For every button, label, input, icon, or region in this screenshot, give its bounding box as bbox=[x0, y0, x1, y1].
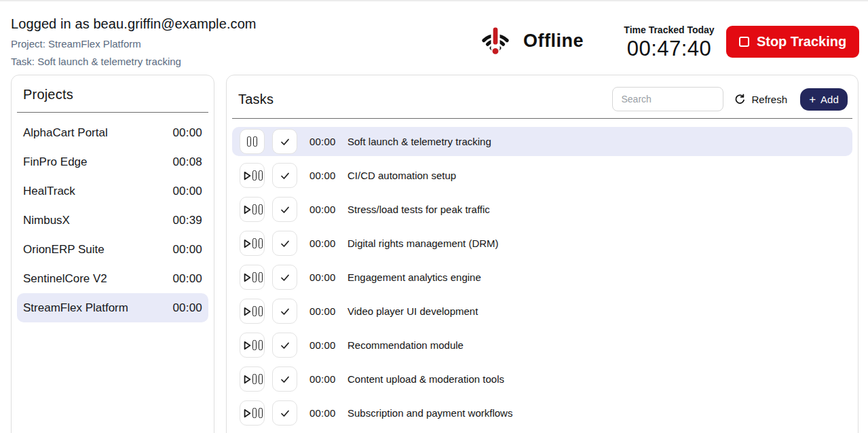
task-row: 00:00 Recommendation module bbox=[232, 331, 852, 360]
task-time: 00:00 bbox=[309, 305, 337, 317]
task-name: Engagement analytics engine bbox=[347, 271, 481, 283]
refresh-button[interactable]: Refresh bbox=[734, 94, 787, 105]
wifi-offline-icon bbox=[476, 22, 515, 60]
stop-icon bbox=[739, 37, 749, 47]
play-button[interactable] bbox=[240, 231, 265, 256]
check-icon bbox=[280, 238, 290, 249]
project-row[interactable]: StreamFlex Platform 00:00 bbox=[17, 293, 208, 322]
play-button[interactable] bbox=[240, 163, 265, 188]
task-time: 00:00 bbox=[309, 271, 337, 283]
check-icon bbox=[280, 374, 290, 385]
complete-button[interactable] bbox=[272, 129, 297, 154]
task-row: 00:00 Subscription and payment workflows bbox=[232, 398, 852, 428]
check-icon bbox=[280, 306, 290, 317]
project-time: 00:00 bbox=[172, 272, 202, 286]
project-name: FinPro Edge bbox=[23, 155, 88, 169]
task-time: 00:00 bbox=[309, 170, 337, 181]
time-tracked-block: Time Tracked Today 00:47:40 bbox=[623, 24, 715, 61]
task-time: 00:00 bbox=[309, 238, 337, 249]
project-row[interactable]: HealTrack 00:00 bbox=[17, 176, 208, 206]
play-icon bbox=[242, 204, 252, 215]
pause-icon bbox=[247, 136, 257, 147]
project-list: AlphaCart Portal 00:00 FinPro Edge 00:08… bbox=[17, 118, 208, 322]
refresh-icon bbox=[734, 94, 746, 105]
project-time: 00:00 bbox=[172, 126, 202, 140]
project-time: 00:08 bbox=[172, 155, 202, 169]
tasks-divider bbox=[232, 118, 852, 119]
play-button[interactable] bbox=[240, 197, 265, 222]
play-icon bbox=[242, 306, 252, 317]
play-button[interactable] bbox=[240, 333, 265, 358]
task-list: 00:00 Soft launch & telemetry tracking 0… bbox=[232, 127, 852, 428]
offline-label: Offline bbox=[523, 31, 584, 52]
pause-button[interactable] bbox=[240, 129, 265, 154]
task-row: 00:00 Digital rights management (DRM) bbox=[232, 229, 852, 258]
project-row[interactable]: AlphaCart Portal 00:00 bbox=[17, 118, 208, 147]
task-name: Video player UI development bbox=[347, 305, 478, 317]
complete-button[interactable] bbox=[272, 333, 297, 358]
project-name: NimbusX bbox=[23, 214, 70, 227]
task-name: Recommendation module bbox=[347, 339, 464, 351]
time-tracked-value: 00:47:40 bbox=[623, 37, 715, 61]
pause-icon bbox=[252, 272, 263, 282]
project-time: 00:00 bbox=[172, 243, 202, 257]
add-label: Add bbox=[820, 94, 839, 105]
project-time: 00:39 bbox=[172, 214, 202, 227]
project-name: HealTrack bbox=[23, 185, 75, 198]
play-icon bbox=[242, 340, 252, 351]
project-row[interactable]: NimbusX 00:39 bbox=[17, 206, 208, 235]
search-input[interactable] bbox=[612, 87, 723, 111]
session-info: Logged in as beau.griffin@example.com Pr… bbox=[11, 10, 476, 67]
task-name: Content upload & moderation tools bbox=[347, 373, 504, 385]
check-icon bbox=[280, 204, 290, 215]
current-project-text: Project: StreamFlex Platform bbox=[11, 38, 476, 50]
task-row: 00:00 Video player UI development bbox=[232, 297, 852, 326]
play-button[interactable] bbox=[240, 366, 265, 392]
task-name: CI/CD automation setup bbox=[347, 170, 456, 181]
project-name: AlphaCart Portal bbox=[23, 126, 108, 140]
task-name: Subscription and payment workflows bbox=[347, 407, 512, 419]
check-icon bbox=[280, 170, 290, 181]
task-name: Stress/load tests for peak traffic bbox=[347, 204, 490, 215]
project-name: StreamFlex Platform bbox=[23, 301, 128, 315]
stop-tracking-label: Stop Tracking bbox=[757, 34, 846, 50]
task-time: 00:00 bbox=[309, 339, 337, 351]
complete-button[interactable] bbox=[272, 197, 297, 222]
check-icon bbox=[280, 340, 290, 351]
refresh-label: Refresh bbox=[751, 94, 787, 105]
project-row[interactable]: SentinelCore V2 00:00 bbox=[17, 264, 208, 293]
complete-button[interactable] bbox=[272, 231, 297, 256]
project-row[interactable]: FinPro Edge 00:08 bbox=[17, 147, 208, 176]
play-button[interactable] bbox=[240, 265, 265, 290]
pause-icon bbox=[252, 170, 263, 181]
projects-panel: Projects AlphaCart Portal 00:00 FinPro E… bbox=[11, 75, 214, 433]
play-icon bbox=[242, 170, 252, 181]
complete-button[interactable] bbox=[272, 366, 297, 392]
plus-icon: + bbox=[809, 94, 816, 105]
complete-button[interactable] bbox=[272, 163, 297, 188]
complete-button[interactable] bbox=[272, 299, 297, 324]
complete-button[interactable] bbox=[272, 400, 297, 426]
pause-icon bbox=[252, 374, 263, 384]
play-icon bbox=[242, 408, 252, 419]
check-icon bbox=[280, 272, 290, 283]
play-icon bbox=[242, 374, 252, 385]
task-row: 00:00 Soft launch & telemetry tracking bbox=[232, 127, 852, 156]
project-row[interactable]: OrionERP Suite 00:00 bbox=[17, 235, 208, 264]
task-name: Digital rights management (DRM) bbox=[347, 238, 499, 249]
play-button[interactable] bbox=[240, 299, 265, 324]
play-button[interactable] bbox=[240, 400, 265, 426]
current-task-text: Task: Soft launch & telemetry tracking bbox=[11, 56, 476, 67]
project-name: SentinelCore V2 bbox=[23, 272, 107, 286]
logged-in-text: Logged in as beau.griffin@example.com bbox=[11, 16, 476, 32]
projects-title: Projects bbox=[23, 87, 208, 102]
complete-button[interactable] bbox=[272, 265, 297, 290]
play-icon bbox=[242, 272, 252, 283]
tasks-panel: Tasks Refresh + Add bbox=[226, 75, 858, 433]
stop-tracking-button[interactable]: Stop Tracking bbox=[726, 26, 859, 58]
tasks-title: Tasks bbox=[238, 92, 612, 107]
task-time: 00:00 bbox=[309, 136, 337, 147]
project-time: 00:00 bbox=[172, 185, 202, 198]
check-icon bbox=[280, 408, 290, 419]
add-task-button[interactable]: + Add bbox=[800, 88, 848, 111]
